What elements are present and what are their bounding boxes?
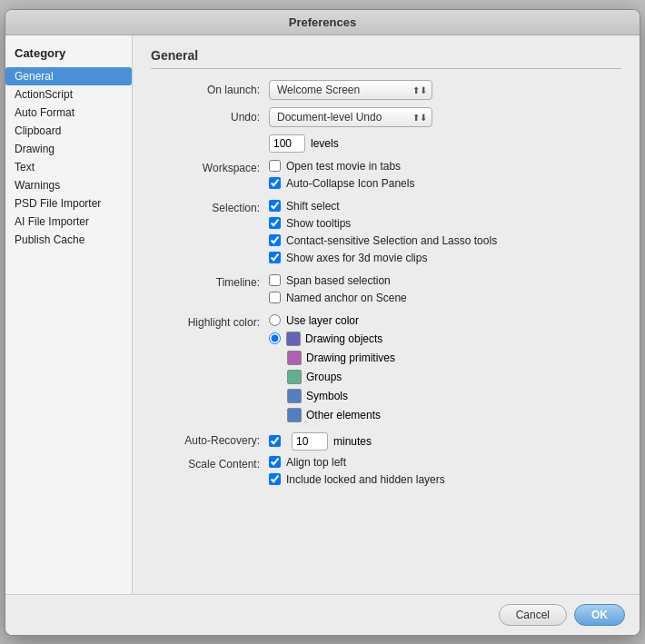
highlight-label: Highlight color: bbox=[151, 314, 260, 427]
workspace-option-1: Open test movie in tabs bbox=[269, 160, 621, 173]
undo-levels-row: levels bbox=[269, 134, 621, 153]
highlight-option-symbols: Symbols bbox=[287, 389, 621, 403]
drawing-primitives-swatch bbox=[287, 351, 302, 365]
highlight-option-other: Other elements bbox=[287, 408, 621, 422]
workspace-label: Workspace: bbox=[151, 160, 260, 194]
sidebar-title: Category bbox=[5, 43, 132, 67]
selection-option-1: Shift select bbox=[269, 200, 621, 213]
timeline-section: Timeline: Span based selection Named anc… bbox=[151, 274, 621, 309]
show-axes-label: Show axes for 3d movie clips bbox=[286, 252, 427, 264]
workspace-option-2: Auto-Collapse Icon Panels bbox=[269, 177, 621, 190]
highlight-section: Highlight color: Use layer color Drawing… bbox=[151, 314, 621, 427]
timeline-label: Timeline: bbox=[151, 274, 260, 309]
auto-recovery-checkbox[interactable] bbox=[269, 435, 281, 447]
auto-collapse-label: Auto-Collapse Icon Panels bbox=[286, 177, 414, 190]
auto-recovery-section: Auto-Recovery: minutes bbox=[151, 432, 621, 451]
symbols-label: Symbols bbox=[306, 390, 348, 402]
include-locked-label: Include locked and hidden layers bbox=[286, 473, 445, 486]
highlight-option-groups: Groups bbox=[287, 370, 621, 384]
undo-select-wrapper: Document-level Undo Object-level Undo ⬆⬇ bbox=[269, 107, 432, 127]
selection-options: Shift select Show tooltips Contact-sensi… bbox=[269, 200, 621, 269]
shift-select-label: Shift select bbox=[286, 200, 340, 213]
workspace-options: Open test movie in tabs Auto-Collapse Ic… bbox=[269, 160, 621, 194]
span-based-label: Span based selection bbox=[286, 274, 391, 287]
on-launch-select[interactable]: Welcome Screen New Document Open Last Do… bbox=[269, 80, 432, 100]
undo-levels-input[interactable] bbox=[269, 134, 305, 153]
main-area: General On launch: Welcome Screen New Do… bbox=[133, 35, 640, 594]
title-bar: Preferences bbox=[5, 10, 640, 35]
sidebar-item-ai[interactable]: AI File Importer bbox=[5, 213, 132, 231]
open-test-movie-label: Open test movie in tabs bbox=[286, 160, 401, 173]
highlight-options: Use layer color Drawing objects Drawing … bbox=[269, 314, 621, 427]
groups-swatch bbox=[287, 370, 302, 384]
on-launch-label: On launch: bbox=[151, 84, 260, 96]
drawing-objects-radio[interactable] bbox=[269, 332, 281, 344]
undo-label: Undo: bbox=[151, 111, 260, 124]
timeline-option-1: Span based selection bbox=[269, 274, 621, 287]
drawing-primitives-label: Drawing primitives bbox=[306, 352, 395, 364]
selection-section: Selection: Shift select Show tooltips Co… bbox=[151, 200, 621, 269]
on-launch-row: On launch: Welcome Screen New Document O… bbox=[151, 80, 621, 100]
named-anchor-label: Named anchor on Scene bbox=[286, 292, 407, 304]
highlight-option-primitives: Drawing primitives bbox=[287, 351, 621, 365]
other-elements-label: Other elements bbox=[306, 409, 381, 421]
groups-label: Groups bbox=[306, 371, 342, 383]
sidebar-item-clipboard[interactable]: Clipboard bbox=[5, 122, 132, 140]
ok-button[interactable]: OK bbox=[574, 604, 625, 626]
contact-sensitive-label: Contact-sensitive Selection and Lasso to… bbox=[286, 234, 497, 247]
highlight-option-layer: Use layer color bbox=[269, 314, 621, 327]
sidebar-item-publish[interactable]: Publish Cache bbox=[5, 231, 132, 249]
undo-select[interactable]: Document-level Undo Object-level Undo bbox=[269, 107, 432, 127]
show-axes-checkbox[interactable] bbox=[269, 252, 281, 263]
shift-select-checkbox[interactable] bbox=[269, 200, 281, 212]
align-top-left-checkbox[interactable] bbox=[269, 456, 281, 468]
preferences-dialog: Preferences Category General ActionScrip… bbox=[5, 9, 640, 636]
undo-row: Undo: Document-level Undo Object-level U… bbox=[151, 107, 621, 127]
selection-option-3: Contact-sensitive Selection and Lasso to… bbox=[269, 234, 621, 247]
symbols-swatch bbox=[287, 389, 302, 403]
sidebar-item-warnings[interactable]: Warnings bbox=[5, 176, 132, 194]
auto-recovery-content: minutes bbox=[269, 432, 621, 451]
align-top-left-label: Align top left bbox=[286, 456, 346, 469]
highlight-option-objects: Drawing objects bbox=[269, 332, 621, 346]
sidebar: Category General ActionScript Auto Forma… bbox=[5, 35, 133, 594]
scale-options: Align top left Include locked and hidden… bbox=[269, 456, 621, 490]
auto-recovery-minutes-label: minutes bbox=[333, 435, 372, 448]
scale-content-section: Scale Content: Align top left Include lo… bbox=[151, 456, 621, 490]
timeline-option-2: Named anchor on Scene bbox=[269, 292, 621, 304]
workspace-section: Workspace: Open test movie in tabs Auto-… bbox=[151, 160, 621, 194]
selection-option-2: Show tooltips bbox=[269, 217, 621, 230]
named-anchor-checkbox[interactable] bbox=[269, 292, 281, 303]
use-layer-color-label: Use layer color bbox=[286, 314, 359, 327]
sidebar-item-drawing[interactable]: Drawing bbox=[5, 140, 132, 158]
open-test-movie-checkbox[interactable] bbox=[269, 160, 281, 172]
timeline-options: Span based selection Named anchor on Sce… bbox=[269, 274, 621, 309]
drawing-objects-swatch bbox=[286, 332, 301, 346]
auto-collapse-checkbox[interactable] bbox=[269, 177, 281, 189]
span-based-checkbox[interactable] bbox=[269, 274, 281, 286]
sidebar-item-psd[interactable]: PSD File Importer bbox=[5, 194, 132, 213]
footer: Cancel OK bbox=[5, 594, 640, 635]
selection-label: Selection: bbox=[151, 200, 260, 269]
scale-label: Scale Content: bbox=[151, 456, 260, 490]
on-launch-select-wrapper: Welcome Screen New Document Open Last Do… bbox=[269, 80, 432, 100]
auto-recovery-label: Auto-Recovery: bbox=[151, 432, 260, 451]
other-elements-swatch bbox=[287, 408, 302, 422]
sidebar-item-general[interactable]: General bbox=[5, 67, 132, 85]
show-tooltips-label: Show tooltips bbox=[286, 217, 351, 230]
contact-sensitive-checkbox[interactable] bbox=[269, 234, 281, 246]
selection-option-4: Show axes for 3d movie clips bbox=[269, 252, 621, 264]
show-tooltips-checkbox[interactable] bbox=[269, 217, 281, 229]
undo-levels-label: levels bbox=[311, 137, 339, 150]
auto-recovery-input[interactable] bbox=[292, 432, 328, 451]
include-locked-checkbox[interactable] bbox=[269, 473, 281, 485]
scale-option-1: Align top left bbox=[269, 456, 621, 469]
scale-option-2: Include locked and hidden layers bbox=[269, 473, 621, 486]
drawing-objects-label: Drawing objects bbox=[305, 332, 382, 345]
use-layer-color-radio[interactable] bbox=[269, 314, 281, 326]
sidebar-item-autoformat[interactable]: Auto Format bbox=[5, 104, 132, 122]
cancel-button[interactable]: Cancel bbox=[499, 604, 567, 626]
sidebar-item-text[interactable]: Text bbox=[5, 158, 132, 176]
dialog-title: Preferences bbox=[289, 15, 356, 29]
sidebar-item-actionscript[interactable]: ActionScript bbox=[5, 85, 132, 104]
